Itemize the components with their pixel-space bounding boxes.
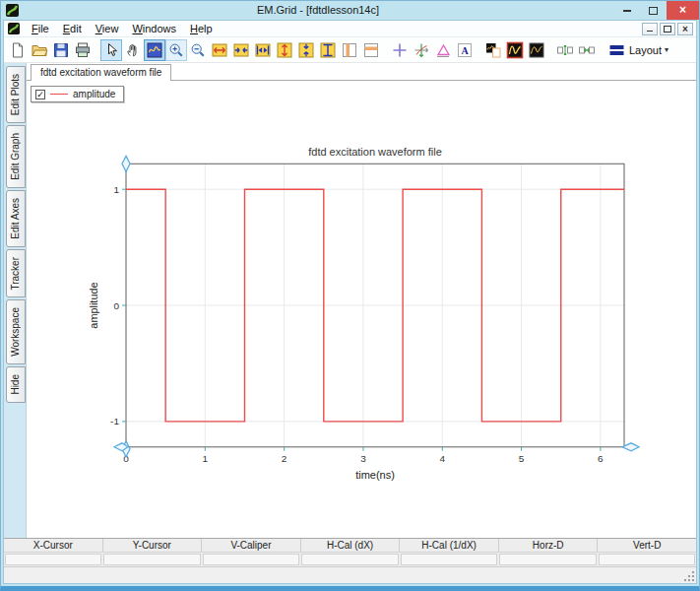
axis-handle-y-top[interactable]: [122, 156, 130, 171]
sidebar-tab-edit-axes[interactable]: Edit Axes: [6, 190, 26, 247]
open-file-icon: [31, 41, 48, 59]
save-button[interactable]: [50, 39, 72, 61]
tracker-button[interactable]: [411, 39, 432, 61]
x-axis-label: time(ns): [355, 469, 395, 481]
layout-label: Layout: [629, 44, 662, 56]
cursor-value-cell: [203, 554, 299, 565]
fit-y-button[interactable]: [317, 39, 339, 61]
legend-checkbox[interactable]: ✓: [35, 90, 45, 99]
print-button[interactable]: [72, 39, 94, 61]
select-cursor-icon: [102, 41, 120, 59]
minimize-icon: [623, 10, 631, 12]
shrink-x-icon: [232, 41, 250, 59]
mdi-restore-button[interactable]: [660, 23, 675, 35]
plot-region[interactable]: ✓ amplitude 0123456-101fdtd excitation w…: [27, 81, 696, 538]
menu-windows[interactable]: Windows: [125, 21, 183, 36]
x-tick-label: 1: [203, 453, 209, 464]
split-horizontal-icon: [578, 41, 596, 59]
zoom-box-icon: [146, 41, 163, 59]
window-minimize-button[interactable]: [613, 1, 640, 20]
caliper-button[interactable]: [432, 39, 454, 61]
shrink-x-button[interactable]: [230, 39, 252, 61]
horizontal-band-button[interactable]: [360, 39, 382, 61]
expand-x-button[interactable]: [209, 39, 230, 61]
cursor-value-cell: [5, 554, 101, 565]
menu-view[interactable]: View: [89, 21, 126, 36]
sidebar-tab-workspace[interactable]: Workspace: [6, 299, 26, 364]
layout-button[interactable]: Layout▾: [605, 39, 675, 61]
cursor-col-x-cursor: X-Cursor: [4, 539, 103, 552]
svg-text:A: A: [461, 44, 469, 55]
x-tick-label: 5: [519, 453, 525, 464]
document-tab[interactable]: fdtd excitation waveform file: [31, 64, 171, 81]
plot-style-1-button[interactable]: [504, 39, 526, 61]
cursor-value-cell: [103, 554, 200, 565]
x-tick-label: 3: [360, 453, 366, 464]
y-tick-label: 1: [113, 184, 119, 195]
y-tick-label: 0: [113, 300, 119, 311]
zoom-in-icon: [167, 41, 185, 59]
window-maximize-button[interactable]: [640, 1, 667, 20]
plot-style-2-button[interactable]: [526, 39, 547, 61]
sidebar-tab-edit-graph[interactable]: Edit Graph: [6, 125, 26, 188]
menu-edit[interactable]: Edit: [56, 21, 89, 36]
toolbar-separator: [547, 39, 554, 61]
sidebar-tab-label: Edit Axes: [7, 191, 25, 246]
crosshair-button[interactable]: [389, 39, 411, 61]
pan-hand-button[interactable]: [122, 39, 144, 61]
toolbar-separator: [382, 39, 389, 61]
mdi-minimize-button[interactable]: [642, 23, 658, 35]
expand-y-icon: [276, 41, 293, 59]
close-icon: ×: [682, 24, 688, 34]
cursor-value-cell: [599, 554, 695, 565]
axis-handle-x-end[interactable]: [622, 443, 639, 451]
expand-y-button[interactable]: [274, 39, 295, 61]
zoom-out-button[interactable]: [187, 39, 209, 61]
mdi-close-button[interactable]: ×: [677, 23, 693, 35]
resize-grip-icon[interactable]: [683, 570, 695, 582]
toolbar-separator: [476, 39, 482, 61]
cursor-col-y-cursor: Y-Cursor: [103, 539, 203, 552]
new-file-button[interactable]: [7, 39, 29, 61]
shrink-y-button[interactable]: [295, 39, 317, 61]
zoom-box-button[interactable]: [144, 39, 165, 61]
sidebar-tab-strip: Edit PlotsEdit GraphEdit AxesTrackerWork…: [4, 63, 27, 538]
expand-x-icon: [211, 41, 228, 59]
cursor-value-cell: [401, 554, 497, 565]
cursor-value-cell: [499, 554, 596, 565]
split-vertical-button[interactable]: [554, 39, 576, 61]
sidebar-tab-edit-plots[interactable]: Edit Plots: [6, 66, 26, 123]
fit-y-icon: [319, 41, 337, 59]
copy-plot-button[interactable]: [482, 39, 504, 61]
sidebar-tab-label: Edit Plots: [7, 67, 25, 122]
add-text-icon: A: [456, 41, 474, 59]
zoom-in-button[interactable]: [165, 39, 187, 61]
app-logo-icon: [8, 23, 20, 34]
plot-style-1-icon: [506, 41, 524, 59]
open-file-button[interactable]: [29, 39, 50, 61]
menu-file[interactable]: File: [25, 21, 56, 36]
y-tick-label: -1: [110, 416, 119, 427]
sidebar-tab-label: Tracker: [7, 250, 25, 297]
legend-line-sample: [50, 94, 68, 95]
waveform-chart[interactable]: 0123456-101fdtd excitation waveform file…: [27, 81, 696, 538]
x-tick-label: 4: [439, 453, 445, 464]
menu-help[interactable]: Help: [183, 21, 220, 36]
legend-label: amplitude: [73, 89, 115, 99]
crosshair-icon: [391, 41, 409, 59]
vertical-band-button[interactable]: [339, 39, 360, 61]
plot-style-2-icon: [528, 41, 545, 59]
tracker-icon: [413, 41, 430, 59]
new-file-icon: [9, 41, 27, 59]
sidebar-tab-hide[interactable]: Hide: [6, 366, 26, 403]
sidebar-tab-tracker[interactable]: Tracker: [6, 249, 26, 298]
toolbar: ALayout▾: [4, 37, 696, 63]
x-tick-label: 6: [598, 453, 604, 464]
add-text-button[interactable]: A: [454, 39, 476, 61]
select-cursor-button[interactable]: [100, 39, 122, 61]
window-close-button[interactable]: ×: [667, 1, 699, 20]
split-horizontal-button[interactable]: [576, 39, 598, 61]
fit-x-button[interactable]: [252, 39, 274, 61]
toolbar-separator: [94, 39, 100, 61]
window-title: EM.Grid - [fdtdlesson14c]: [23, 1, 613, 20]
